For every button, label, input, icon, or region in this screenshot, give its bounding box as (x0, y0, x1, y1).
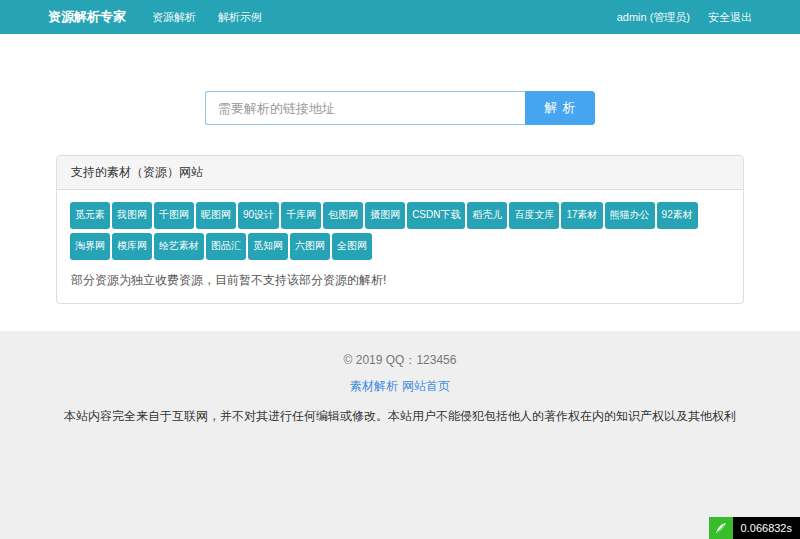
site-badge[interactable]: 全图网 (332, 233, 372, 260)
site-badge[interactable]: 百度文库 (509, 202, 559, 229)
parse-url-input[interactable] (205, 91, 525, 125)
site-badge[interactable]: 稻壳儿 (467, 202, 507, 229)
thinkphp-debug-icon[interactable] (709, 517, 733, 539)
site-badge[interactable]: 92素材 (657, 202, 698, 229)
brand-link[interactable]: 资源解析专家 (48, 8, 126, 26)
copyright-text: © 2019 QQ：123456 (0, 352, 800, 369)
site-badge[interactable]: 摄图网 (365, 202, 405, 229)
site-badge[interactable]: 图品汇 (206, 233, 246, 260)
main-section: 解析 支持的素材（资源）网站 觅元素我图网千图网昵图网90设计千库网包图网摄图网… (0, 34, 800, 331)
site-badge[interactable]: 90设计 (238, 202, 279, 229)
supported-sites-panel: 支持的素材（资源）网站 觅元素我图网千图网昵图网90设计千库网包图网摄图网CSD… (56, 155, 744, 304)
parse-button[interactable]: 解析 (525, 91, 595, 125)
nav-user-item[interactable]: 安全退出 (708, 10, 752, 25)
navbar: 资源解析专家 资源解析解析示例 admin (管理员)安全退出 (0, 0, 800, 34)
disclaimer-text: 本站内容完全来自于互联网，并不对其进行任何编辑或修改。本站用户不能侵犯包括他人的… (0, 408, 800, 425)
footer-links: 素材解析网站首页 (0, 378, 800, 395)
site-badge[interactable]: 绘艺素材 (154, 233, 204, 260)
nav-menu: 资源解析解析示例 (152, 10, 617, 25)
execution-time: 0.066832s (733, 517, 800, 539)
debug-bar: 0.066832s (709, 517, 800, 539)
site-badge[interactable]: 千图网 (154, 202, 194, 229)
nav-user-menu: admin (管理员)安全退出 (617, 10, 752, 25)
panel-note: 部分资源为独立收费资源，目前暂不支持该部分资源的解析! (67, 272, 733, 289)
footer-link[interactable]: 网站首页 (402, 379, 450, 393)
site-badge[interactable]: 熊猫办公 (605, 202, 655, 229)
footer-link[interactable]: 素材解析 (350, 379, 398, 393)
search-bar: 解析 (0, 34, 800, 125)
nav-user-item[interactable]: admin (管理员) (617, 10, 690, 25)
site-badge[interactable]: 觅元素 (70, 202, 110, 229)
site-badge[interactable]: 觅知网 (248, 233, 288, 260)
nav-item[interactable]: 解析示例 (218, 10, 262, 25)
site-badge[interactable]: 六图网 (290, 233, 330, 260)
site-badge[interactable]: CSDN下载 (407, 202, 465, 229)
nav-item[interactable]: 资源解析 (152, 10, 196, 25)
footer: © 2019 QQ：123456 素材解析网站首页 本站内容完全来自于互联网，并… (0, 331, 800, 425)
site-badge[interactable]: 淘界网 (70, 233, 110, 260)
site-badge[interactable]: 我图网 (112, 202, 152, 229)
site-badge[interactable]: 模库网 (112, 233, 152, 260)
site-badge[interactable]: 包图网 (323, 202, 363, 229)
site-badge[interactable]: 昵图网 (196, 202, 236, 229)
panel-title: 支持的素材（资源）网站 (57, 156, 743, 190)
panel-body: 觅元素我图网千图网昵图网90设计千库网包图网摄图网CSDN下载稻壳儿百度文库17… (57, 190, 743, 303)
site-badge[interactable]: 千库网 (281, 202, 321, 229)
site-badges: 觅元素我图网千图网昵图网90设计千库网包图网摄图网CSDN下载稻壳儿百度文库17… (67, 202, 733, 264)
site-badge[interactable]: 17素材 (561, 202, 602, 229)
leaf-icon (713, 520, 729, 536)
